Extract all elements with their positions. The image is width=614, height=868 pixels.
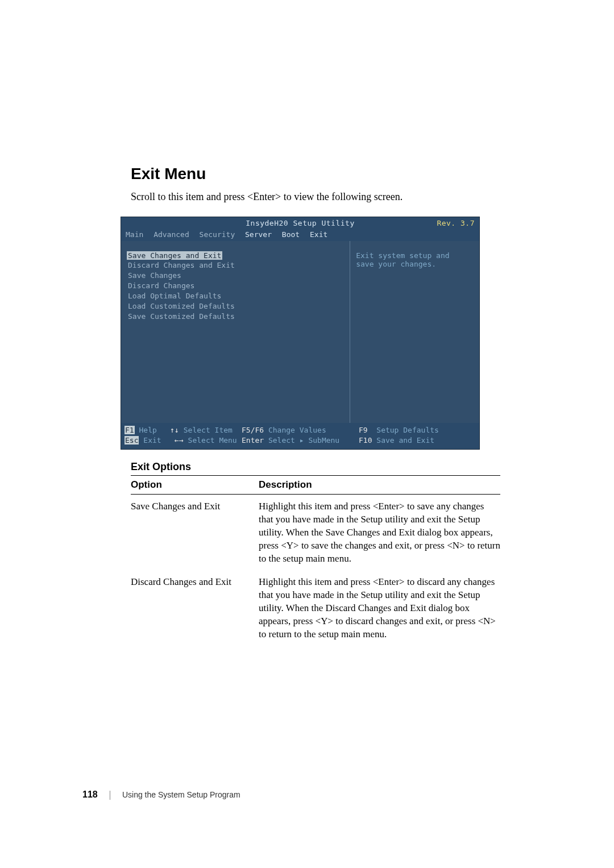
- key-f5f6: F5/F6: [242, 426, 264, 434]
- bios-help-pane: Exit system setup and save your changes.: [350, 241, 479, 423]
- bios-help-line: Exit system setup and: [356, 251, 474, 260]
- bios-tab-bar: Main Advanced Security Server Boot Exit: [121, 229, 479, 241]
- bios-tab-advanced[interactable]: Advanced: [154, 230, 189, 239]
- key-updown: ↑↓: [170, 426, 179, 434]
- bios-item-save-custom[interactable]: Save Customized Defaults: [127, 312, 344, 321]
- key-enter: Enter: [242, 436, 264, 445]
- table-header-option: Option: [131, 476, 259, 495]
- table-header-description: Description: [259, 476, 500, 495]
- key-leftright: ←→: [175, 436, 184, 445]
- bios-tab-main[interactable]: Main: [126, 230, 143, 239]
- bios-tab-exit[interactable]: Exit: [310, 230, 327, 239]
- bios-screenshot: InsydeH20 Setup Utility Rev. 3.7 Main Ad…: [121, 217, 480, 450]
- desc-cell: Highlight this item and press <Enter> to…: [259, 495, 500, 570]
- bios-revision: Rev. 3.7: [437, 219, 475, 227]
- key-esc: Esc: [125, 436, 139, 445]
- exit-options-table: Option Description Save Changes and Exit…: [131, 475, 500, 645]
- key-f10-label: Save and Exit: [376, 436, 434, 445]
- key-f1-label: Help: [139, 426, 156, 434]
- bios-item-load-custom[interactable]: Load Customized Defaults: [127, 301, 344, 311]
- key-f9-label: Setup Defaults: [376, 426, 439, 434]
- intro-text: Scroll to this item and press <Enter> to…: [131, 191, 500, 203]
- bios-key-legend: F1 Help ↑↓ Select Item Esc Exit ←→ Selec…: [121, 423, 479, 449]
- bios-title-bar: InsydeH20 Setup Utility Rev. 3.7: [121, 217, 479, 229]
- bios-item-save[interactable]: Save Changes: [127, 271, 344, 280]
- option-cell: Save Changes and Exit: [131, 495, 259, 570]
- key-f1: F1: [125, 426, 135, 434]
- key-f5f6-label: Change Values: [268, 426, 326, 434]
- key-enter-label: Select ▸ SubMenu: [268, 436, 339, 445]
- bios-item-discard[interactable]: Discard Changes: [127, 281, 344, 290]
- bios-item-load-optimal[interactable]: Load Optimal Defaults: [127, 291, 344, 301]
- footer-chapter-label: Using the System Setup Program: [122, 790, 240, 799]
- table-row: Save Changes and Exit Highlight this ite…: [131, 495, 500, 570]
- option-cell: Discard Changes and Exit: [131, 570, 259, 646]
- key-f10: F10: [359, 436, 372, 445]
- footer-separator: |: [109, 790, 111, 800]
- key-f9: F9: [359, 426, 368, 434]
- table-row: Discard Changes and Exit Highlight this …: [131, 570, 500, 646]
- bios-help-line: save your changes.: [356, 260, 474, 268]
- bios-utility-name: InsydeH20 Setup Utility: [246, 219, 355, 227]
- key-leftright-label: Select Menu: [188, 436, 237, 445]
- key-updown-label: Select Item: [184, 426, 233, 434]
- section-heading: Exit Menu: [131, 165, 500, 183]
- page-number: 118: [82, 790, 98, 800]
- bios-item-save-exit[interactable]: Save Changes and Exit: [127, 251, 222, 260]
- bios-tab-security[interactable]: Security: [200, 230, 235, 239]
- table-title: Exit Options: [131, 461, 500, 473]
- bios-tab-boot[interactable]: Boot: [282, 230, 300, 239]
- key-esc-label: Exit: [143, 436, 161, 445]
- bios-item-discard-exit[interactable]: Discard Changes and Exit: [127, 260, 344, 270]
- page-footer: 118 | Using the System Setup Program: [82, 790, 240, 800]
- desc-cell: Highlight this item and press <Enter> to…: [259, 570, 500, 646]
- bios-tab-server[interactable]: Server: [245, 230, 272, 239]
- bios-menu-list: Save Changes and Exit Discard Changes an…: [121, 241, 350, 423]
- bios-body: Save Changes and Exit Discard Changes an…: [121, 241, 479, 423]
